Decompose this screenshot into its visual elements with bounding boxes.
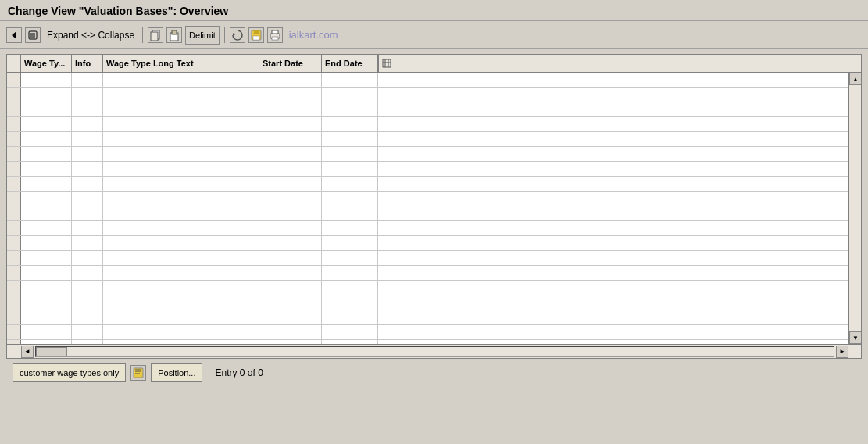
- table-cell[interactable]: [103, 117, 259, 131]
- table-cell[interactable]: [259, 266, 322, 280]
- back-icon[interactable]: [6, 27, 22, 43]
- table-cell[interactable]: [322, 102, 378, 116]
- table-cell[interactable]: [72, 281, 103, 295]
- table-cell[interactable]: [259, 88, 322, 102]
- table-cell[interactable]: [259, 310, 322, 324]
- table-row[interactable]: [7, 88, 848, 102]
- table-cell[interactable]: [21, 132, 72, 146]
- table-cell[interactable]: [21, 325, 72, 339]
- table-cell[interactable]: [103, 177, 259, 191]
- scroll-down-button[interactable]: ▼: [849, 331, 861, 344]
- table-cell[interactable]: [103, 73, 259, 87]
- table-cell[interactable]: [21, 251, 72, 265]
- settings-icon[interactable]: [25, 27, 41, 43]
- table-cell[interactable]: [72, 192, 103, 206]
- table-cell[interactable]: [72, 73, 103, 87]
- table-cell[interactable]: [322, 132, 378, 146]
- delimit-button[interactable]: Delimit: [185, 26, 220, 45]
- table-cell[interactable]: [103, 88, 259, 102]
- table-cell[interactable]: [259, 251, 322, 265]
- table-cell[interactable]: [103, 251, 259, 265]
- table-cell[interactable]: [21, 73, 72, 87]
- table-cell[interactable]: [259, 236, 322, 250]
- table-cell[interactable]: [259, 177, 322, 191]
- scroll-up-button[interactable]: ▲: [849, 73, 861, 85]
- table-cell[interactable]: [21, 177, 72, 191]
- table-cell[interactable]: [103, 206, 259, 220]
- table-cell[interactable]: [259, 325, 322, 339]
- table-cell[interactable]: [21, 236, 72, 250]
- table-row[interactable]: [7, 295, 848, 310]
- h-scroll-thumb[interactable]: [36, 347, 67, 356]
- table-cell[interactable]: [21, 221, 72, 235]
- table-row[interactable]: [7, 177, 848, 192]
- table-row[interactable]: [7, 147, 848, 162]
- table-row[interactable]: [7, 102, 848, 117]
- table-cell[interactable]: [103, 221, 259, 235]
- table-cell[interactable]: [259, 221, 322, 235]
- table-cell[interactable]: [103, 132, 259, 146]
- position-button[interactable]: Position...: [151, 363, 202, 382]
- paste-icon[interactable]: [166, 27, 182, 43]
- table-cell[interactable]: [322, 325, 378, 339]
- horizontal-scrollbar[interactable]: ◄ ►: [7, 344, 861, 358]
- table-cell[interactable]: [322, 73, 378, 87]
- table-cell[interactable]: [21, 310, 72, 324]
- table-cell[interactable]: [259, 73, 322, 87]
- table-cell[interactable]: [259, 117, 322, 131]
- print-icon[interactable]: [267, 27, 283, 43]
- refresh-icon[interactable]: [230, 27, 245, 43]
- table-cell[interactable]: [72, 236, 103, 250]
- table-cell[interactable]: [322, 162, 378, 176]
- table-row[interactable]: [7, 236, 848, 251]
- table-cell[interactable]: [103, 192, 259, 206]
- table-cell[interactable]: [72, 251, 103, 265]
- table-row[interactable]: [7, 192, 848, 206]
- customer-wage-types-button[interactable]: customer wage types only: [13, 363, 126, 382]
- table-cell[interactable]: [259, 162, 322, 176]
- scroll-left-button[interactable]: ◄: [21, 346, 34, 358]
- table-cell[interactable]: [259, 147, 322, 161]
- table-cell[interactable]: [21, 162, 72, 176]
- table-row[interactable]: [7, 73, 848, 88]
- table-cell[interactable]: [322, 177, 378, 191]
- table-cell[interactable]: [72, 177, 103, 191]
- save-icon[interactable]: [248, 27, 264, 43]
- table-cell[interactable]: [72, 221, 103, 235]
- table-cell[interactable]: [103, 310, 259, 324]
- table-row[interactable]: [7, 117, 848, 132]
- table-cell[interactable]: [72, 88, 103, 102]
- table-cell[interactable]: [259, 192, 322, 206]
- table-cell[interactable]: [72, 132, 103, 146]
- copy-icon[interactable]: [148, 27, 163, 43]
- table-cell[interactable]: [259, 281, 322, 295]
- table-cell[interactable]: [322, 310, 378, 324]
- table-cell[interactable]: [259, 132, 322, 146]
- table-cell[interactable]: [322, 295, 378, 310]
- table-row[interactable]: [7, 266, 848, 281]
- table-cell[interactable]: [72, 162, 103, 176]
- table-cell[interactable]: [103, 295, 259, 310]
- table-cell[interactable]: [72, 206, 103, 220]
- column-config-icon[interactable]: [378, 55, 394, 72]
- table-cell[interactable]: [21, 192, 72, 206]
- table-cell[interactable]: [103, 162, 259, 176]
- table-cell[interactable]: [21, 281, 72, 295]
- table-cell[interactable]: [322, 221, 378, 235]
- table-cell[interactable]: [72, 295, 103, 310]
- table-cell[interactable]: [103, 266, 259, 280]
- table-row[interactable]: [7, 132, 848, 147]
- table-cell[interactable]: [72, 147, 103, 161]
- scroll-right-button[interactable]: ►: [836, 346, 848, 358]
- table-cell[interactable]: [322, 88, 378, 102]
- table-cell[interactable]: [21, 295, 72, 310]
- table-row[interactable]: [7, 251, 848, 266]
- table-cell[interactable]: [21, 88, 72, 102]
- table-cell[interactable]: [322, 281, 378, 295]
- table-cell[interactable]: [103, 281, 259, 295]
- table-cell[interactable]: [259, 295, 322, 310]
- table-row[interactable]: [7, 325, 848, 340]
- table-cell[interactable]: [103, 102, 259, 116]
- table-cell[interactable]: [72, 310, 103, 324]
- table-cell[interactable]: [322, 206, 378, 220]
